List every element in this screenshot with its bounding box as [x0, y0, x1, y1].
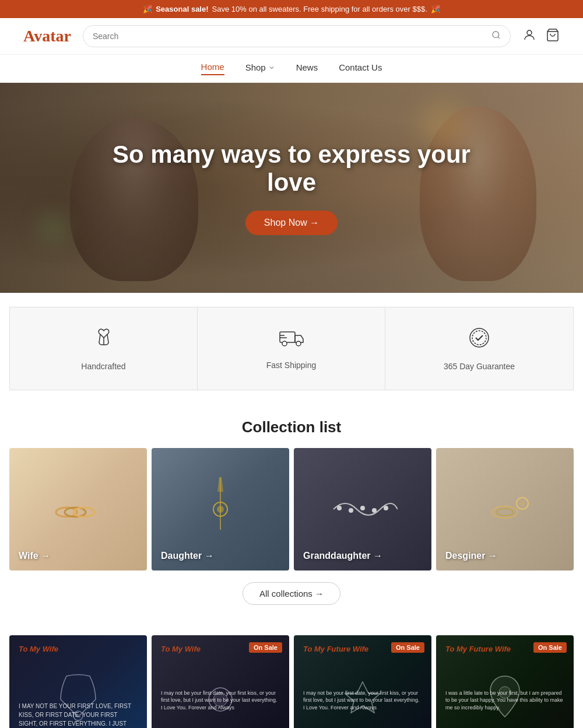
fast-shipping-label: Fast Shipping	[266, 360, 317, 370]
nav-item-home[interactable]: Home	[201, 62, 224, 75]
svg-point-22	[492, 506, 518, 518]
search-input[interactable]	[93, 32, 487, 41]
svg-point-25	[519, 501, 525, 506]
svg-point-0	[493, 32, 499, 38]
collection-grid: Wife → Daughter →	[9, 448, 574, 570]
collection-title: Collection list	[9, 418, 574, 436]
svg-point-17	[337, 506, 342, 510]
feature-fast-shipping: Fast Shipping	[198, 307, 385, 390]
collection-designer-label: Desginer →	[445, 551, 497, 561]
handcrafted-icon	[92, 326, 115, 355]
svg-point-19	[360, 506, 365, 510]
announcement-icon-right: 🎉	[431, 5, 440, 13]
guarantee-icon	[468, 326, 491, 355]
product-4-title: To My Future Wife	[445, 645, 564, 653]
guarantee-label: 365 Day Guarantee	[444, 362, 515, 371]
announcement-icon-left: 🎉	[143, 5, 152, 13]
collection-card-designer[interactable]: Desginer →	[436, 448, 574, 570]
svg-point-5	[282, 341, 287, 346]
nav-item-shop[interactable]: Shop	[245, 62, 275, 75]
product-3-body: I may not be your first date, your first…	[303, 690, 422, 712]
hero-title: So many ways to express your love	[87, 141, 496, 197]
feature-handcrafted: Handcrafted	[10, 307, 198, 390]
collection-granddaughter-label: Granddaughter →	[303, 551, 382, 561]
header: Avatar	[0, 18, 583, 55]
svg-point-23	[497, 509, 513, 516]
main-nav: Home Shop News Contact Us	[0, 55, 583, 83]
svg-rect-4	[280, 332, 295, 342]
announcement-bar: 🎉 Seasonal sale! Save 10% on all sweater…	[0, 0, 583, 18]
svg-point-1	[527, 30, 532, 35]
search-bar	[83, 25, 511, 47]
product-card-1[interactable]: To My Wife I MAY NOT BE YOUR FIRST LOVE,…	[9, 635, 147, 728]
announcement-normal-text: Save 10% on all sweaters. Free shipping …	[212, 5, 427, 13]
collection-wife-label: Wife →	[19, 551, 50, 561]
announcement-bold-text: Seasonal sale!	[156, 5, 208, 13]
header-icons	[522, 28, 560, 44]
logo[interactable]: Avatar	[23, 27, 71, 46]
products-grid: To My Wife I MAY NOT BE YOUR FIRST LOVE,…	[0, 631, 583, 728]
collection-daughter-label: Daughter →	[161, 551, 214, 561]
features-section: Handcrafted Fast Shipping 365 Day Guaran…	[9, 307, 574, 390]
product-card-3[interactable]: On Sale To My Future Wife I may not be y…	[294, 635, 431, 728]
search-icon	[491, 30, 501, 42]
svg-point-16	[217, 506, 224, 513]
svg-point-18	[349, 508, 353, 513]
nav-item-contact[interactable]: Contact Us	[339, 62, 382, 75]
svg-point-10	[472, 331, 486, 345]
collection-card-daughter[interactable]: Daughter →	[152, 448, 289, 570]
product-card-4[interactable]: On Sale To My Future Wife I was a little…	[436, 635, 574, 728]
fast-shipping-icon	[279, 327, 304, 354]
hero-section: So many ways to express your love Shop N…	[0, 83, 583, 293]
product-4-overlay: To My Future Wife I was a little late to…	[436, 635, 574, 728]
product-2-title: To My Wife	[161, 645, 280, 653]
svg-point-20	[372, 508, 377, 513]
cart-icon[interactable]	[546, 28, 560, 44]
product-1-overlay: To My Wife I MAY NOT BE YOUR FIRST LOVE,…	[9, 635, 147, 728]
svg-point-6	[296, 341, 301, 346]
collection-card-granddaughter[interactable]: Granddaughter →	[294, 448, 431, 570]
svg-point-21	[384, 506, 388, 510]
product-4-body: I was a little late to be your first, bu…	[445, 690, 564, 712]
collection-section: Collection list Wife →	[0, 404, 583, 631]
product-3-overlay: To My Future Wife I may not be your firs…	[294, 635, 431, 728]
collection-card-wife[interactable]: Wife →	[9, 448, 147, 570]
product-3-title: To My Future Wife	[303, 645, 422, 653]
product-1-title: To My Wife	[19, 645, 138, 653]
all-collections-section: All collections →	[9, 582, 574, 605]
shop-now-button[interactable]: Shop Now →	[245, 211, 338, 235]
all-collections-button[interactable]: All collections →	[243, 582, 340, 605]
feature-guarantee: 365 Day Guarantee	[385, 307, 573, 390]
nav-item-news[interactable]: News	[296, 62, 318, 75]
svg-point-9	[470, 328, 489, 347]
account-icon[interactable]	[522, 28, 536, 44]
product-card-2[interactable]: On Sale To My Wife I may not be your fir…	[152, 635, 289, 728]
product-1-body: I MAY NOT BE YOUR FIRST LOVE, FIRST KISS…	[19, 702, 138, 728]
product-2-overlay: To My Wife I may not be your first date,…	[152, 635, 289, 728]
hero-content: So many ways to express your love Shop N…	[87, 141, 496, 235]
handcrafted-label: Handcrafted	[81, 362, 125, 371]
product-2-body: I may not be your first date, your first…	[161, 690, 280, 712]
